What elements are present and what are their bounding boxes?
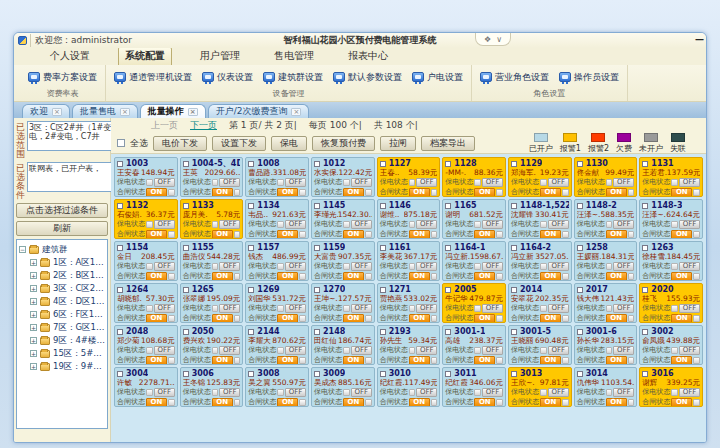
card-checkbox[interactable] bbox=[314, 203, 320, 209]
protect-off-button[interactable]: OFF bbox=[416, 178, 437, 187]
chevron-down-icon[interactable]: ∨ bbox=[496, 35, 502, 44]
menu-item-售电管理[interactable]: 售电管理 bbox=[268, 48, 320, 65]
tree-item[interactable]: +6区：F区1#井（F区1# bbox=[19, 308, 105, 321]
switch-on-button[interactable]: ON bbox=[212, 398, 233, 407]
protect-off-button[interactable]: OFF bbox=[548, 262, 569, 271]
switch-on-button[interactable]: ON bbox=[606, 398, 627, 407]
protect-off-button[interactable]: OFF bbox=[482, 178, 503, 187]
protect-off-button[interactable]: OFF bbox=[416, 346, 437, 355]
protect-off-button[interactable]: OFF bbox=[219, 346, 240, 355]
card-checkbox[interactable] bbox=[380, 245, 386, 251]
switch-on-button[interactable]: ON bbox=[277, 398, 298, 407]
protect-off-button[interactable]: OFF bbox=[219, 304, 240, 313]
action-button-设置下发[interactable]: 设置下发 bbox=[212, 136, 266, 151]
card-checkbox[interactable] bbox=[183, 203, 189, 209]
protect-off-button[interactable]: OFF bbox=[285, 178, 306, 187]
protect-off-button[interactable]: OFF bbox=[219, 388, 240, 397]
protect-off-button[interactable]: OFF bbox=[416, 304, 437, 313]
switch-on-button[interactable]: ON bbox=[606, 272, 627, 281]
protect-off-button[interactable]: OFF bbox=[351, 262, 372, 271]
switch-on-button[interactable]: ON bbox=[474, 188, 495, 197]
select-all-checkbox[interactable] bbox=[117, 139, 125, 147]
switch-on-button[interactable]: ON bbox=[212, 356, 233, 365]
switch-on-button[interactable]: ON bbox=[540, 356, 561, 365]
card-checkbox[interactable] bbox=[511, 161, 517, 167]
switch-on-button[interactable]: ON bbox=[343, 356, 364, 365]
switch-on-button[interactable]: ON bbox=[671, 356, 692, 365]
card-checkbox[interactable] bbox=[314, 287, 320, 293]
protect-off-button[interactable]: OFF bbox=[679, 220, 700, 229]
protect-off-button[interactable]: OFF bbox=[482, 346, 503, 355]
card-checkbox[interactable] bbox=[642, 371, 648, 377]
tree-item[interactable]: +3区：C区2#井（1#变电 bbox=[19, 282, 105, 295]
card-checkbox[interactable] bbox=[577, 203, 583, 209]
tree-expand-icon[interactable]: + bbox=[30, 285, 37, 292]
card-checkbox[interactable] bbox=[314, 329, 320, 335]
ribbon-button-仪表设置[interactable]: 仪表设置 bbox=[202, 71, 253, 84]
card-checkbox[interactable] bbox=[248, 287, 254, 293]
protect-off-button[interactable]: OFF bbox=[679, 346, 700, 355]
switch-on-button[interactable]: ON bbox=[671, 272, 692, 281]
card-checkbox[interactable] bbox=[248, 161, 254, 167]
card-checkbox[interactable] bbox=[248, 203, 254, 209]
tab-批量售电[interactable]: 批量售电× bbox=[72, 104, 138, 118]
card-checkbox[interactable] bbox=[183, 245, 189, 251]
card-checkbox[interactable] bbox=[117, 287, 123, 293]
card-checkbox[interactable] bbox=[380, 203, 386, 209]
card-checkbox[interactable] bbox=[183, 161, 189, 167]
tree-item[interactable]: +4区：D区1#井（D区1 bbox=[19, 295, 105, 308]
card-checkbox[interactable] bbox=[445, 245, 451, 251]
protect-off-button[interactable]: OFF bbox=[416, 262, 437, 271]
switch-on-button[interactable]: ON bbox=[671, 314, 692, 323]
tree-expand-icon[interactable]: + bbox=[30, 324, 37, 331]
protect-off-button[interactable]: OFF bbox=[613, 178, 634, 187]
switch-on-button[interactable]: ON bbox=[146, 272, 167, 281]
ribbon-button-通道管理机设置[interactable]: 通道管理机设置 bbox=[114, 71, 192, 84]
tree-expand-icon[interactable]: + bbox=[30, 363, 37, 370]
protect-off-button[interactable]: OFF bbox=[219, 262, 240, 271]
protect-off-button[interactable]: OFF bbox=[482, 388, 503, 397]
tree-expand-icon[interactable]: + bbox=[30, 337, 37, 344]
protect-off-button[interactable]: OFF bbox=[613, 220, 634, 229]
switch-on-button[interactable]: ON bbox=[474, 230, 495, 239]
protect-off-button[interactable]: OFF bbox=[285, 346, 306, 355]
switch-on-button[interactable]: ON bbox=[409, 230, 430, 239]
switch-on-button[interactable]: ON bbox=[540, 272, 561, 281]
ribbon-button-营业角色设置[interactable]: 营业角色设置 bbox=[480, 71, 549, 84]
tab-欢迎[interactable]: 欢迎× bbox=[22, 104, 70, 118]
tab-批量操作[interactable]: 批量操作× bbox=[140, 104, 206, 118]
card-checkbox[interactable] bbox=[445, 203, 451, 209]
card-checkbox[interactable] bbox=[183, 371, 189, 377]
protect-off-button[interactable]: OFF bbox=[548, 346, 569, 355]
protect-off-button[interactable]: OFF bbox=[548, 178, 569, 187]
tree-expand-icon[interactable]: + bbox=[30, 259, 37, 266]
card-checkbox[interactable] bbox=[642, 161, 648, 167]
switch-on-button[interactable]: ON bbox=[540, 188, 561, 197]
card-checkbox[interactable] bbox=[577, 245, 583, 251]
tree-expand-icon[interactable]: + bbox=[30, 272, 37, 279]
action-button-电价下发[interactable]: 电价下发 bbox=[153, 136, 207, 151]
card-checkbox[interactable] bbox=[445, 371, 451, 377]
protect-off-button[interactable]: OFF bbox=[351, 220, 372, 229]
switch-on-button[interactable]: ON bbox=[212, 272, 233, 281]
switch-on-button[interactable]: ON bbox=[212, 314, 233, 323]
card-checkbox[interactable] bbox=[380, 371, 386, 377]
card-checkbox[interactable] bbox=[642, 329, 648, 335]
tree-item[interactable]: +9区：4#楼电井（4#楼 bbox=[19, 334, 105, 347]
switch-on-button[interactable]: ON bbox=[474, 272, 495, 281]
switch-on-button[interactable]: ON bbox=[343, 398, 364, 407]
tab-开户/2次缴费查询[interactable]: 开户/2次缴费查询× bbox=[208, 104, 310, 118]
protect-off-button[interactable]: OFF bbox=[351, 346, 372, 355]
ribbon-button-费率方案设置[interactable]: 费率方案设置 bbox=[28, 71, 97, 84]
switch-on-button[interactable]: ON bbox=[606, 188, 627, 197]
ribbon-button-默认参数设置[interactable]: 默认参数设置 bbox=[333, 71, 402, 84]
switch-on-button[interactable]: ON bbox=[277, 356, 298, 365]
card-checkbox[interactable] bbox=[577, 329, 583, 335]
menu-item-用户管理[interactable]: 用户管理 bbox=[194, 48, 246, 65]
ribbon-button-户电设置[interactable]: 户电设置 bbox=[412, 71, 463, 84]
protect-off-button[interactable]: OFF bbox=[679, 304, 700, 313]
card-checkbox[interactable] bbox=[314, 245, 320, 251]
tab-close-icon[interactable]: × bbox=[120, 108, 130, 116]
protect-off-button[interactable]: OFF bbox=[351, 388, 372, 397]
card-checkbox[interactable] bbox=[314, 371, 320, 377]
